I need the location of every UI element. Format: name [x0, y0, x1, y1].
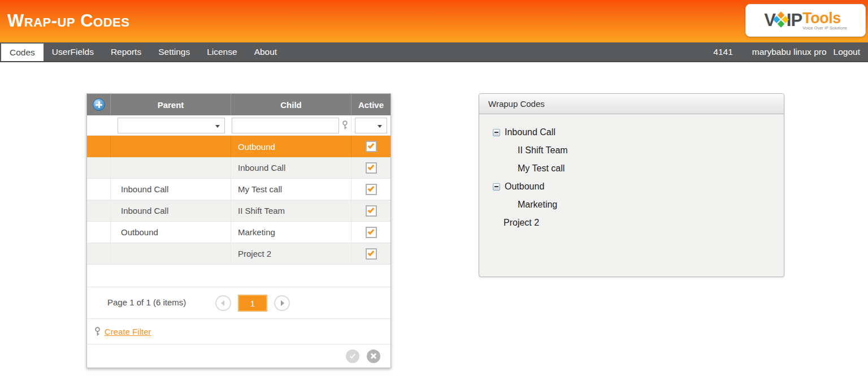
active-checkbox[interactable]	[366, 205, 377, 217]
nav-tab-about[interactable]: About	[246, 42, 286, 61]
filter-cell-parent	[111, 118, 231, 133]
active-checkbox[interactable]	[366, 141, 377, 152]
check-icon	[350, 352, 355, 359]
user-name: marybabu linux pro	[752, 47, 827, 57]
cell-active	[351, 222, 390, 243]
cell-child: Project 2	[231, 243, 351, 264]
child-filter-input[interactable]	[232, 118, 339, 133]
apply-changes-button[interactable]	[346, 350, 359, 363]
tree-node-label: Project 2	[504, 218, 539, 228]
chevron-right-icon	[281, 300, 284, 306]
minus-glyph	[494, 186, 498, 187]
tree-node-child[interactable]: Marketing	[518, 196, 784, 214]
row-icon-cell	[87, 179, 111, 200]
nav-tab-reports[interactable]: Reports	[102, 42, 150, 61]
cell-parent	[111, 243, 231, 264]
cell-parent	[111, 136, 231, 157]
voiptools-logo: V IP Tools Voice Over IP Solutions	[745, 4, 866, 37]
active-checkbox[interactable]	[366, 162, 377, 174]
add-code-button[interactable]	[93, 98, 105, 111]
logo-text-tools: Tools	[802, 11, 847, 25]
tree-node[interactable]: Outbound	[493, 178, 784, 196]
nav-tab-license[interactable]: License	[198, 42, 245, 61]
tree-node-label: Inbound Call	[505, 127, 555, 137]
column-header-active[interactable]: Active	[351, 94, 390, 115]
table-row[interactable]: OutboundMarketing	[87, 222, 390, 243]
minus-glyph	[494, 132, 498, 133]
tree-node-label: II Shift Team	[518, 145, 568, 156]
nav-bar: CodesUserFieldsReportsSettingsLicenseAbo…	[0, 42, 868, 62]
grid-footer	[87, 344, 390, 368]
cancel-changes-button[interactable]	[367, 350, 380, 363]
cell-child: II Shift Team	[231, 200, 351, 221]
row-icon-cell	[87, 136, 111, 157]
grid-pager: Page 1 of 1 (6 items) 1	[87, 287, 390, 319]
pager-status: Page 1 of 1 (6 items)	[107, 297, 186, 307]
orange-check-icon	[368, 206, 375, 213]
cell-parent: Inbound Call	[111, 179, 231, 200]
column-header-child[interactable]: Child	[231, 94, 351, 115]
create-filter-link[interactable]: Create Filter	[105, 327, 151, 336]
cell-child: Marketing	[231, 222, 351, 243]
cell-active	[351, 179, 390, 200]
table-row[interactable]: Inbound CallII Shift Team	[87, 200, 390, 222]
cell-child: My Test call	[231, 179, 351, 200]
cell-child: Inbound Call	[231, 157, 351, 178]
orange-check-icon	[368, 163, 375, 170]
grid-filter-bar: Create Filter	[87, 319, 390, 344]
filter-key-icon	[94, 327, 101, 336]
table-row[interactable]: Outbound	[87, 136, 390, 157]
logo-tagline: Voice Over IP Solutions	[802, 25, 847, 31]
tree-node-label: Outbound	[505, 182, 544, 192]
tree-node[interactable]: Inbound Call	[493, 123, 784, 141]
filter-key-icon[interactable]	[341, 120, 349, 130]
active-checkbox[interactable]	[366, 227, 377, 238]
tree-node-label: Marketing	[518, 200, 557, 210]
active-filter-combo[interactable]	[355, 118, 387, 133]
active-checkbox[interactable]	[366, 248, 377, 260]
cell-parent: Inbound Call	[111, 200, 231, 221]
grid-header-add-cell	[87, 94, 111, 115]
tree-node-child[interactable]: My Test call	[518, 159, 784, 178]
filter-cell-active	[351, 118, 390, 133]
prev-page-button[interactable]	[215, 295, 231, 311]
pager-controls: 1	[215, 295, 290, 312]
plus-icon	[96, 101, 102, 108]
active-checkbox[interactable]	[366, 184, 377, 195]
table-row[interactable]: Inbound Call	[87, 157, 390, 179]
nav-tab-codes[interactable]: Codes	[1, 44, 44, 61]
cell-active	[351, 136, 390, 157]
logo-right: Tools Voice Over IP Solutions	[802, 11, 847, 31]
table-row[interactable]: Inbound CallMy Test call	[87, 179, 390, 200]
table-row[interactable]: Project 2	[87, 243, 390, 265]
row-icon-cell	[87, 222, 111, 243]
grid-empty-row	[87, 265, 390, 287]
wrapup-codes-panel: Wrapup Codes Inbound CallII Shift TeamMy…	[479, 93, 784, 277]
column-header-parent[interactable]: Parent	[111, 94, 231, 115]
cell-active	[351, 243, 390, 264]
orange-check-icon	[368, 249, 375, 256]
tree-node-label: My Test call	[518, 163, 565, 174]
nav-right: 4141 marybabu linux pro Logout	[713, 42, 868, 61]
collapse-minus-icon[interactable]	[493, 183, 500, 191]
orange-check-icon	[368, 142, 375, 149]
collapse-minus-icon[interactable]	[493, 129, 500, 136]
cell-child: Outbound	[231, 136, 351, 157]
codes-grid: Parent Child Active OutboundInbound Call…	[86, 93, 391, 368]
parent-filter-combo[interactable]	[118, 118, 225, 133]
nav-tab-settings[interactable]: Settings	[150, 42, 198, 61]
tree-body: Inbound CallII Shift TeamMy Test callOut…	[479, 114, 784, 232]
cell-parent	[111, 157, 231, 178]
extension-number: 4141	[713, 47, 732, 57]
tree-node[interactable]: Project 2	[504, 214, 784, 232]
page-title: Wrap-up Codes	[7, 11, 129, 31]
next-page-button[interactable]	[274, 295, 290, 311]
cell-active	[351, 200, 390, 221]
current-page-button[interactable]: 1	[238, 295, 267, 312]
orange-check-icon	[368, 227, 375, 234]
nav-tab-userfields[interactable]: UserFields	[44, 42, 102, 61]
row-icon-cell	[87, 157, 111, 178]
tree-node-child[interactable]: II Shift Team	[518, 141, 784, 159]
logout-link[interactable]: Logout	[834, 47, 860, 57]
filter-cell-child	[231, 115, 351, 135]
